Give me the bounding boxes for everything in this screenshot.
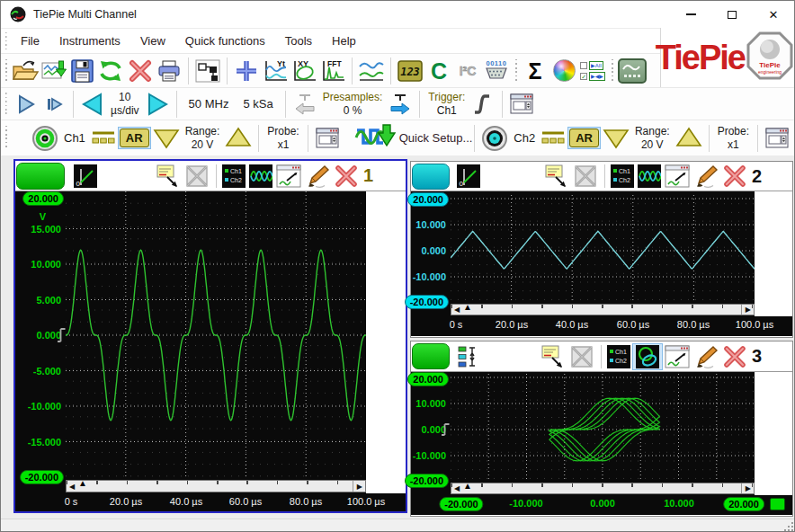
graph-panel-2[interactable]: 0 Ch1Ch2 2 20.000 10.000 0.000 -10.000 -…: [410, 161, 793, 338]
open-in-window-icon[interactable]: [276, 164, 301, 188]
close-graph-icon[interactable]: [722, 345, 747, 368]
ch1-range-up-button[interactable]: [224, 124, 253, 153]
scroll-left-icon[interactable]: ◀: [454, 483, 460, 493]
delete-button[interactable]: [127, 57, 154, 85]
pen-icon[interactable]: [693, 345, 719, 368]
x-axis-max-pill[interactable]: 20.000: [723, 497, 764, 511]
menu-view[interactable]: View: [130, 31, 175, 51]
y-axis-min-pill[interactable]: -20.000: [405, 295, 449, 309]
ch1-autorange-button[interactable]: AR: [120, 129, 149, 147]
maximize-button[interactable]: [711, 1, 753, 28]
waveforms-button[interactable]: [358, 57, 385, 85]
start-stop-all-button[interactable]: ▶AII ✓▶◀▶: [579, 57, 606, 85]
y-axis-max-pill[interactable]: 20.000: [407, 192, 449, 207]
y-axis-min-pill[interactable]: -20.000: [20, 470, 64, 484]
legend-icon[interactable]: Ch1Ch2: [607, 345, 630, 368]
menu-quick-functions[interactable]: Quick functions: [175, 31, 275, 51]
save-button[interactable]: [69, 57, 96, 85]
trigger-settings-button[interactable]: [508, 90, 535, 119]
ch1-coupling-button[interactable]: [90, 124, 117, 153]
object-tree-button[interactable]: [194, 57, 221, 85]
trigger-position-marker[interactable]: ▲: [463, 482, 472, 491]
scroll-right-icon[interactable]: ▶: [741, 305, 751, 315]
resize-grip[interactable]: [784, 521, 794, 531]
scroll-right-icon[interactable]: ▶: [741, 483, 751, 493]
menu-tools[interactable]: Tools: [275, 31, 322, 51]
pen-icon[interactable]: [693, 164, 719, 188]
graph1-plot[interactable]: [66, 191, 366, 479]
presamples-increase-button[interactable]: [387, 90, 414, 119]
xy-mode-icon[interactable]: [636, 345, 659, 368]
add-graph-button[interactable]: [233, 57, 260, 85]
menu-file[interactable]: File: [11, 31, 49, 51]
yt-mode-icon[interactable]: [249, 164, 272, 188]
menu-instruments[interactable]: Instruments: [49, 31, 130, 51]
timebase-slower-button[interactable]: [79, 90, 106, 119]
trigger-level-marker[interactable]: [57, 327, 67, 343]
yt-graph-button[interactable]: Yt: [262, 57, 289, 85]
serial-port-button[interactable]: 00110: [483, 57, 510, 85]
graph1-channel-color-block[interactable]: [16, 163, 65, 190]
ch1-settings-button[interactable]: [314, 124, 341, 153]
graph1-scrollbar[interactable]: ◀ ▲ ▶: [66, 480, 366, 492]
graph2-x-axis[interactable]: 0 s 20.0 µs 40.0 µs 60.0 µs 80.0 µs 100.…: [411, 316, 792, 336]
timebase-faster-button[interactable]: [144, 90, 171, 119]
scroll-left-icon[interactable]: ◀: [69, 481, 75, 492]
legend-icon[interactable]: Ch1Ch2: [611, 164, 634, 188]
y-axis-max-pill[interactable]: 20.000: [407, 372, 449, 386]
xy-graph-button[interactable]: XY: [290, 57, 317, 85]
refresh-button[interactable]: [98, 57, 125, 85]
open-in-window-icon[interactable]: [665, 345, 690, 368]
start-measurement-button[interactable]: [12, 90, 39, 119]
sum-button[interactable]: Σ: [522, 57, 549, 85]
graph-panel-3[interactable]: Ch1Ch2 3 20.000 10.000 0.000 -10.000 -20…: [410, 341, 793, 517]
sources-setup-icon[interactable]: [457, 345, 480, 368]
graph1-x-axis[interactable]: 0 s 20.0 µs 40.0 µs 60.0 µs 80.0 µs 100.…: [15, 493, 406, 511]
close-graph-icon[interactable]: [722, 164, 747, 188]
comment-icon[interactable]: [543, 164, 568, 189]
comment-icon[interactable]: [540, 344, 565, 369]
comment-icon[interactable]: [155, 164, 180, 189]
pen-icon[interactable]: [305, 164, 330, 188]
graph2-y-axis[interactable]: 20.000 10.000 0.000 -10.000 -20.000: [411, 191, 451, 316]
ch1-range-down-button[interactable]: [152, 124, 181, 153]
save-image-button[interactable]: [40, 57, 67, 85]
axes-setup-icon[interactable]: 0: [457, 164, 480, 188]
y-axis-max-pill[interactable]: 20.000: [22, 191, 64, 206]
scroll-left-icon[interactable]: ◀: [454, 305, 460, 315]
ch2-range-up-button[interactable]: [674, 124, 703, 153]
close-button[interactable]: ✕: [753, 1, 794, 28]
yt-mode-icon[interactable]: [638, 164, 661, 188]
ch2-settings-button[interactable]: [764, 124, 791, 153]
ch2-range-down-button[interactable]: [602, 124, 630, 153]
print-button[interactable]: [156, 57, 183, 85]
x-axis-channel-chip[interactable]: [770, 498, 785, 510]
graph3-channel-color-block[interactable]: [412, 343, 450, 369]
fft-graph-button[interactable]: FFT: [319, 57, 346, 85]
open-file-button[interactable]: [12, 57, 39, 85]
menu-help[interactable]: Help: [322, 31, 366, 51]
trigger-position-marker[interactable]: ▲: [78, 479, 87, 488]
i2c-button[interactable]: I²C: [454, 57, 481, 85]
x-axis-min-pill[interactable]: -20.000: [439, 497, 483, 511]
graph2-plot[interactable]: [451, 191, 755, 303]
meter-button[interactable]: 123: [397, 57, 424, 85]
ch2-connector-button[interactable]: [480, 124, 509, 153]
trigger-position-marker[interactable]: ▲: [463, 303, 472, 312]
axes-setup-icon[interactable]: 0: [74, 164, 97, 188]
trigger-level-marker[interactable]: [441, 422, 451, 437]
graph-panel-1[interactable]: 0 Ch1Ch2 1 20.000 V 15.000 10.000 5.000 …: [13, 159, 407, 513]
color-settings-button[interactable]: [550, 57, 577, 85]
ch2-coupling-button[interactable]: [540, 124, 567, 153]
trigger-slope-button[interactable]: [469, 90, 496, 119]
graph2-channel-color-block[interactable]: [412, 164, 450, 190]
quick-setup-button[interactable]: Quick Setup...: [354, 124, 473, 153]
graph3-x-axis[interactable]: -20.000 -10.000 0.000 10.000 20.000: [411, 495, 792, 515]
instrument-button[interactable]: [618, 57, 647, 85]
presamples-decrease-button[interactable]: [291, 90, 318, 119]
graph3-scrollbar[interactable]: ◀ ▲ ▶: [451, 483, 755, 494]
can-bus-button[interactable]: C: [425, 57, 452, 85]
y-axis-min-pill[interactable]: -20.000: [405, 474, 449, 488]
one-shot-button[interactable]: [40, 90, 67, 119]
minimize-button[interactable]: [670, 1, 711, 28]
